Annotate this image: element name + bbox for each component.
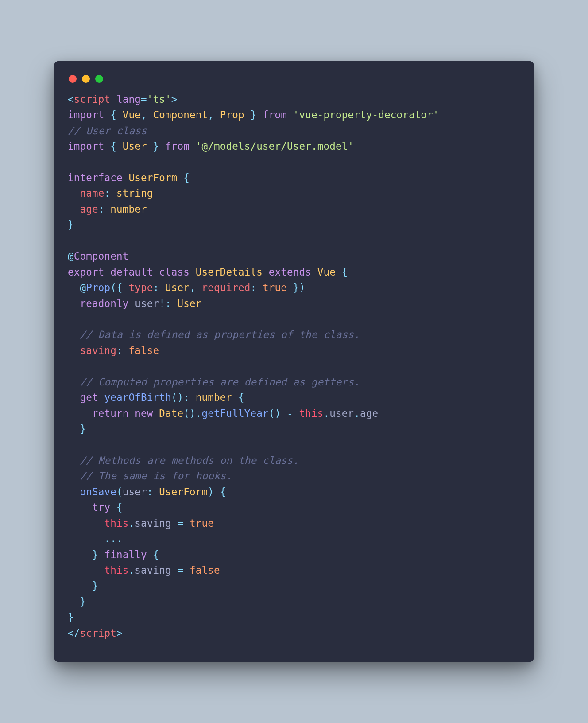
code-token <box>171 517 178 529</box>
code-line <box>68 235 74 246</box>
code-token: from <box>263 109 287 120</box>
code-token: User <box>165 282 190 293</box>
code-token: : <box>147 486 153 498</box>
code-token: extends <box>269 266 311 278</box>
code-token: saving <box>135 564 171 576</box>
code-line <box>68 439 74 450</box>
code-token: : <box>183 392 190 403</box>
code-token: { <box>153 549 159 560</box>
code-token: </ <box>68 627 80 639</box>
minimize-icon[interactable] <box>82 75 90 83</box>
code-token: - <box>287 408 293 419</box>
code-token: yearOfBirth <box>104 392 171 403</box>
code-token: : <box>116 345 123 356</box>
code-line: return new Date().getFullYear() - this.u… <box>68 408 378 419</box>
code-token: : <box>104 187 111 199</box>
code-token: saving <box>135 517 171 529</box>
code-token: User <box>177 298 201 309</box>
code-token <box>68 549 92 560</box>
traffic-lights <box>68 73 520 92</box>
code-token: . <box>128 517 135 529</box>
code-token: } <box>80 423 86 435</box>
code-token: // User class <box>68 125 147 136</box>
code-token <box>281 408 287 419</box>
code-token: } <box>92 549 98 560</box>
code-token: . <box>323 408 329 419</box>
code-token <box>159 282 165 293</box>
code-line: interface UserForm { <box>68 172 190 183</box>
code-token: { <box>220 486 226 498</box>
code-token <box>214 109 220 120</box>
code-token <box>147 549 153 560</box>
code-token: this <box>299 408 323 419</box>
code-token: : <box>153 282 159 293</box>
code-token <box>159 140 165 152</box>
code-token <box>287 282 293 293</box>
code-token <box>68 580 92 591</box>
code-token: this <box>104 517 128 529</box>
code-token: getFullYear <box>201 408 268 419</box>
code-token: ) <box>275 408 281 419</box>
code-token <box>232 392 238 403</box>
code-line <box>68 360 74 372</box>
code-token <box>68 517 104 529</box>
code-token <box>68 470 80 482</box>
code-token: return <box>92 408 128 419</box>
code-line: } <box>68 219 74 230</box>
code-token: UserForm <box>128 172 177 183</box>
code-token: required <box>202 282 251 293</box>
code-line <box>68 156 74 168</box>
code-token <box>256 282 263 293</box>
code-token: UserDetails <box>196 266 263 278</box>
code-token <box>244 109 251 120</box>
code-token <box>287 109 293 120</box>
code-line: ... <box>68 533 123 544</box>
zoom-icon[interactable] <box>95 75 103 83</box>
code-token: 'vue-property-decorator' <box>293 109 439 120</box>
code-token: . <box>196 408 202 419</box>
code-token: get <box>80 392 98 403</box>
code-line: <script lang='ts'> <box>68 93 177 105</box>
close-icon[interactable] <box>69 75 77 83</box>
code-token <box>263 266 269 278</box>
code-line: @Prop({ type: User, required: true }) <box>68 282 305 293</box>
code-line: } <box>68 611 74 623</box>
code-token <box>68 533 104 544</box>
code-token <box>68 455 80 466</box>
code-token: user <box>135 298 159 309</box>
code-token: ! <box>159 298 165 309</box>
code-token: } <box>68 219 74 230</box>
code-line: readonly user!: User <box>68 298 201 309</box>
code-token <box>177 172 183 183</box>
code-token <box>153 486 159 498</box>
code-token <box>116 109 123 120</box>
code-token: default <box>110 266 153 278</box>
code-token <box>128 298 135 309</box>
code-line: } <box>68 423 86 435</box>
code-token: . <box>354 408 360 419</box>
code-token: Vue <box>123 109 141 120</box>
code-token: } <box>293 282 299 293</box>
code-token: age <box>360 408 378 419</box>
code-token: { <box>116 501 123 513</box>
code-token <box>190 392 196 403</box>
code-line: } finally { <box>68 549 159 560</box>
code-token <box>104 266 110 278</box>
code-token <box>68 486 80 498</box>
code-line: name: string <box>68 187 153 199</box>
code-line: get yearOfBirth(): number { <box>68 392 244 403</box>
code-token <box>190 140 196 152</box>
code-token: onSave <box>80 486 116 498</box>
code-token: number <box>196 392 232 403</box>
code-token: ) <box>190 408 196 419</box>
code-token <box>68 408 92 419</box>
code-token: UserForm <box>159 486 208 498</box>
code-token: type <box>129 282 153 293</box>
code-line: // Computed properties are defined as ge… <box>68 376 360 388</box>
code-line: // User class <box>68 125 147 136</box>
code-line <box>68 313 74 325</box>
code-token <box>68 376 80 388</box>
code-token: > <box>171 93 178 105</box>
code-line: // Data is defined as properties of the … <box>68 329 360 340</box>
code-token: ( <box>269 408 275 419</box>
